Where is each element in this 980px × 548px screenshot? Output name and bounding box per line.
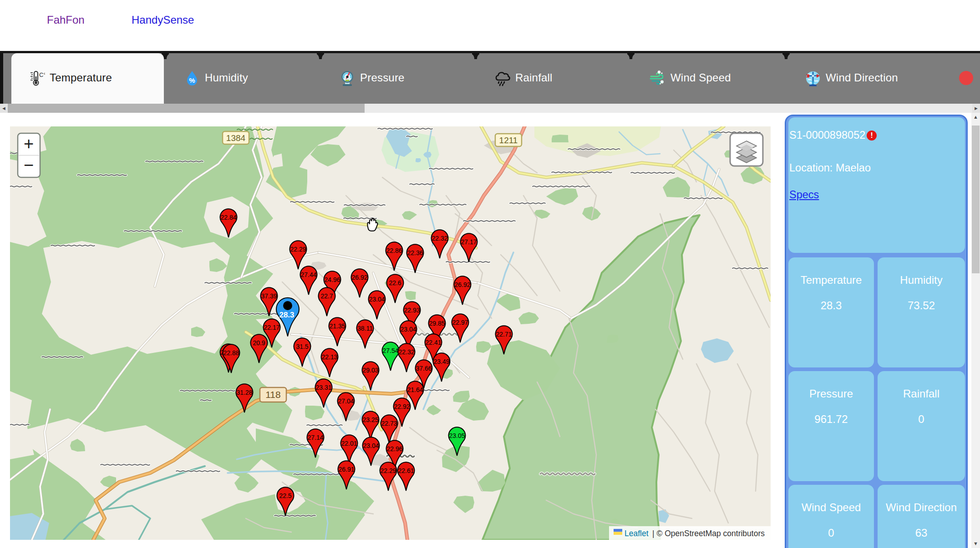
svg-text:28.3: 28.3	[279, 311, 294, 319]
svg-text:22.17: 22.17	[264, 324, 279, 331]
svg-text:21.35: 21.35	[329, 322, 345, 330]
svg-text:23.49: 23.49	[433, 358, 449, 365]
svg-text:37.39: 37.39	[261, 292, 277, 300]
svg-text:1211: 1211	[499, 136, 518, 145]
svg-text:22.29: 22.29	[380, 467, 396, 474]
svg-text:118: 118	[265, 389, 280, 400]
svg-text:22.36: 22.36	[407, 249, 423, 256]
svg-text:22.86: 22.86	[386, 247, 402, 254]
svg-text:1384: 1384	[226, 133, 246, 143]
svg-text:27.17: 27.17	[461, 238, 477, 246]
svg-text:22.13: 22.13	[321, 353, 337, 361]
svg-text:24.96: 24.96	[324, 276, 340, 283]
svg-text:27.14: 27.14	[307, 434, 323, 441]
svg-text:23.05: 23.05	[449, 432, 465, 439]
svg-text:22.41: 22.41	[425, 339, 441, 346]
svg-text:29.85: 29.85	[429, 320, 445, 327]
svg-text:31.5: 31.5	[296, 343, 308, 350]
svg-text:22.71: 22.71	[496, 331, 512, 338]
svg-text:26.91: 26.91	[338, 466, 354, 473]
svg-text:38.11: 38.11	[357, 325, 373, 332]
svg-text:20.9: 20.9	[253, 339, 265, 347]
svg-text:26.92: 26.92	[351, 274, 367, 281]
svg-text:22.84: 22.84	[220, 214, 236, 221]
svg-text:22.5: 22.5	[279, 492, 291, 499]
svg-text:22.88: 22.88	[223, 349, 239, 357]
svg-text:22.97: 22.97	[452, 319, 468, 326]
svg-text:22.96: 22.96	[386, 445, 402, 452]
svg-text:23.04: 23.04	[363, 442, 379, 449]
svg-text:31.28: 31.28	[236, 389, 252, 396]
svg-text:27.04: 27.04	[338, 397, 354, 405]
svg-text:22.29: 22.29	[290, 246, 306, 253]
svg-text:| © OpenStreetMap contributors: | © OpenStreetMap contributors	[652, 529, 765, 538]
svg-text:Leaflet: Leaflet	[625, 529, 649, 538]
svg-text:27.54: 27.54	[382, 347, 398, 354]
svg-text:22.61: 22.61	[398, 467, 414, 474]
svg-text:22.92: 22.92	[394, 403, 410, 410]
svg-text:26.92: 26.92	[454, 281, 470, 288]
svg-text:23.25: 23.25	[362, 416, 378, 423]
svg-text:23.31: 23.31	[315, 384, 331, 391]
svg-text:22.73: 22.73	[381, 420, 397, 427]
svg-text:21.64: 21.64	[407, 386, 423, 393]
svg-text:−: −	[24, 156, 34, 175]
svg-text:22.93: 22.93	[404, 307, 420, 314]
svg-text:+: +	[24, 134, 34, 153]
svg-text:22.32: 22.32	[432, 235, 447, 242]
svg-text:22.7: 22.7	[320, 292, 333, 300]
svg-text:22.32: 22.32	[398, 348, 414, 356]
svg-text:27.44: 27.44	[300, 271, 316, 278]
svg-text:37.66: 37.66	[416, 365, 432, 372]
svg-text:22.6: 22.6	[389, 279, 401, 287]
svg-text:29.03: 29.03	[362, 367, 378, 374]
svg-text:22.01: 22.01	[341, 440, 357, 447]
svg-text:23.04: 23.04	[400, 326, 416, 333]
svg-text:23.04: 23.04	[369, 296, 385, 303]
